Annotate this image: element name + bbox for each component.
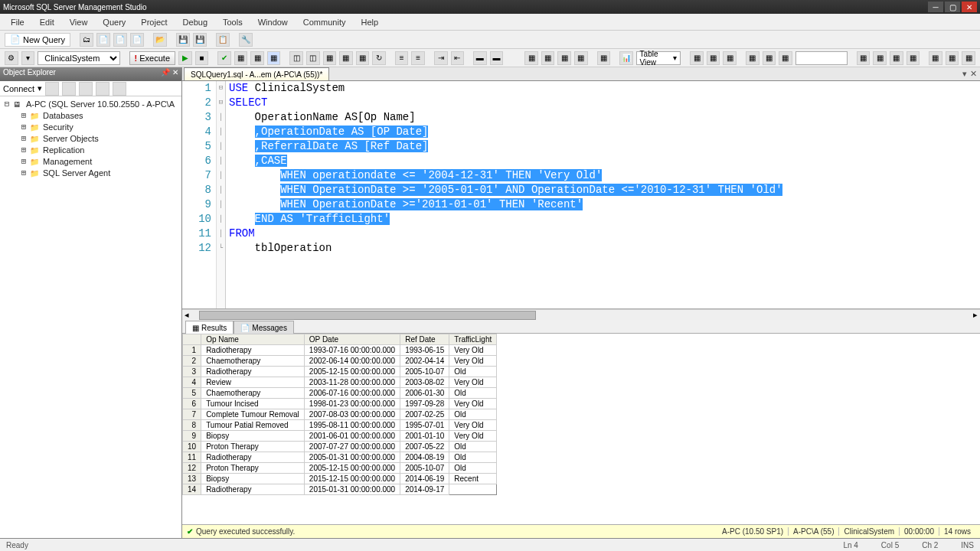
execute-button[interactable]: Execute <box>129 51 175 65</box>
uncomment-button[interactable]: ▬ <box>490 51 504 65</box>
menu-project[interactable]: Project <box>135 16 173 28</box>
table-row[interactable]: 13Biopsy2015-12-15 00:00:00.0002014-06-1… <box>183 474 497 484</box>
debug-button[interactable]: ▶ <box>178 51 192 65</box>
table-row[interactable]: 2Chaemotherapy2002-06-14 00:00:00.000200… <box>183 356 497 367</box>
parse-button[interactable]: ✔ <box>217 51 231 65</box>
save-button[interactable]: 💾 <box>176 33 190 47</box>
oe-tool[interactable] <box>96 82 109 96</box>
tool-btn[interactable]: ▦ <box>339 51 353 65</box>
tree-databases[interactable]: ⊞Databases <box>20 109 178 121</box>
comment-button[interactable]: ▬ <box>473 51 487 65</box>
tool-btn[interactable]: 📄 <box>96 33 110 47</box>
oe-tool[interactable] <box>79 82 93 96</box>
expander-icon[interactable]: ⊞ <box>20 133 28 143</box>
tool-btn[interactable]: ▾ <box>21 51 35 65</box>
col-header[interactable]: Ref Date <box>400 334 449 345</box>
table-row[interactable]: 5Chaemotherapy2006-07-16 00:00:00.000200… <box>183 388 497 399</box>
tool-btn[interactable]: ▦ <box>763 51 776 65</box>
table-row[interactable]: 12Proton Therapy2005-12-15 00:00:00.0002… <box>183 463 497 474</box>
expander-icon[interactable]: ⊞ <box>20 156 28 166</box>
tool-btn[interactable]: ▦ <box>557 51 571 65</box>
menu-tools[interactable]: Tools <box>217 16 249 28</box>
open-button[interactable]: 📂 <box>153 33 167 47</box>
table-row[interactable]: 8Tumour Patial Removed1995-08-11 00:00:0… <box>183 420 497 431</box>
tool-btn[interactable]: ▦ <box>779 51 792 65</box>
menu-window[interactable]: Window <box>252 16 294 28</box>
table-row[interactable]: 1Radiotherapy1993-07-16 00:00:00.0001993… <box>183 345 497 356</box>
expander-icon[interactable]: ⊞ <box>20 122 28 132</box>
menu-file[interactable]: File <box>5 16 31 28</box>
tool-btn[interactable]: ▦ <box>690 51 704 65</box>
tool-btn[interactable]: ▦ <box>929 51 942 65</box>
save-all-button[interactable]: 💾 <box>193 33 207 47</box>
table-row[interactable]: 3Radiotherapy2005-12-15 00:00:00.0002005… <box>183 367 497 377</box>
connect-button[interactable]: Connect <box>3 84 34 93</box>
menu-edit[interactable]: Edit <box>34 16 60 28</box>
tool-btn[interactable]: 📊 <box>619 51 633 65</box>
tree-management[interactable]: ⊞Management <box>20 155 178 167</box>
table-row[interactable]: 7Complete Tumour Removal2007-08-03 00:00… <box>183 409 497 420</box>
oe-tool[interactable] <box>45 82 59 96</box>
expander-icon[interactable]: ⊞ <box>20 145 28 155</box>
tool-btn[interactable]: 📄 <box>113 33 127 47</box>
close-button[interactable]: ✕ <box>962 2 977 12</box>
tab-dropdown-icon[interactable]: ▾ <box>962 69 967 79</box>
tool-btn[interactable]: ▦ <box>906 51 920 65</box>
tool-btn[interactable]: ▦ <box>267 51 281 65</box>
table-row[interactable]: 10Proton Therapy2007-07-27 00:00:00.0002… <box>183 442 497 452</box>
menu-community[interactable]: Community <box>297 16 352 28</box>
expander-icon[interactable]: ⊟ <box>3 99 11 109</box>
col-header[interactable]: Op Name <box>201 334 305 345</box>
tree-replication[interactable]: ⊞Replication <box>20 144 178 155</box>
tool-btn[interactable]: ▦ <box>723 51 737 65</box>
indent-button[interactable]: ⇥ <box>434 51 448 65</box>
minimize-button[interactable]: ─ <box>928 2 943 12</box>
tool-btn[interactable]: ≡ <box>395 51 409 65</box>
messages-tab[interactable]: 📄 Messages <box>234 321 294 334</box>
oe-tool[interactable] <box>62 82 76 96</box>
tool-btn[interactable]: ▦ <box>541 51 555 65</box>
tool-btn[interactable]: ▦ <box>323 51 337 65</box>
database-selector[interactable]: ClinicalSystem <box>38 51 119 65</box>
menu-help[interactable]: Help <box>354 16 384 28</box>
tool-btn[interactable]: ▦ <box>946 51 959 65</box>
oe-tool[interactable] <box>113 82 126 96</box>
menu-debug[interactable]: Debug <box>177 16 214 28</box>
table-row[interactable]: 11Radiotherapy2005-01-31 00:00:00.000200… <box>183 452 497 463</box>
stop-button[interactable]: ■ <box>195 51 209 65</box>
menu-view[interactable]: View <box>64 16 94 28</box>
tool-btn[interactable]: ▦ <box>234 51 248 65</box>
tool-btn[interactable]: 📋 <box>216 33 230 47</box>
menu-query[interactable]: Query <box>96 16 132 28</box>
tool-btn[interactable]: ▦ <box>962 51 975 65</box>
outdent-button[interactable]: ⇤ <box>451 51 465 65</box>
table-row[interactable]: 9Biopsy2001-06-01 00:00:00.0002001-01-10… <box>183 431 497 442</box>
tool-btn[interactable]: ▦ <box>890 51 903 65</box>
sql-editor[interactable]: 123456789101112 ⊟⊟│││││││││└ USE Clinica… <box>182 81 980 309</box>
tool-btn[interactable]: ▦ <box>707 51 720 65</box>
code-body[interactable]: USE ClinicalSystemSELECT OperationName A… <box>226 81 980 308</box>
tool-btn[interactable]: ▦ <box>857 51 871 65</box>
fold-gutter[interactable]: ⊟⊟│││││││││└ <box>217 81 226 308</box>
tool-btn[interactable]: ▦ <box>574 51 588 65</box>
pin-icon[interactable]: 📌 ✕ <box>161 68 178 80</box>
tool-btn[interactable]: ▦ <box>597 51 611 65</box>
tool-btn[interactable]: ▦ <box>250 51 264 65</box>
expander-icon[interactable]: ⊞ <box>20 168 28 178</box>
tool-btn[interactable]: ◫ <box>306 51 320 65</box>
tool-btn[interactable]: ↻ <box>372 51 386 65</box>
tool-btn[interactable]: ▦ <box>746 51 760 65</box>
tool-btn[interactable]: ⚙ <box>5 51 18 65</box>
tree-sql-agent[interactable]: ⊞SQL Server Agent <box>20 167 178 178</box>
tool-btn[interactable]: ◫ <box>289 51 303 65</box>
results-grid[interactable]: Op Name OP Date Ref Date TrafficLight 1R… <box>182 334 980 524</box>
expander-icon[interactable]: ⊞ <box>20 110 28 120</box>
tool-btn[interactable]: ▦ <box>873 51 887 65</box>
tool-btn[interactable]: ≡ <box>411 51 425 65</box>
tool-btn[interactable]: ▦ <box>524 51 538 65</box>
table-row[interactable]: 14Radiotherapy2015-01-31 00:00:00.000201… <box>183 484 497 495</box>
document-tab[interactable]: SQLQuery1.sql - A...em (A-PC\A (55))* <box>184 67 329 80</box>
tree-security[interactable]: ⊞Security <box>20 121 178 132</box>
tree-server-objects[interactable]: ⊞Server Objects <box>20 132 178 144</box>
editor-scrollbar[interactable]: ◂▸ <box>182 309 980 320</box>
